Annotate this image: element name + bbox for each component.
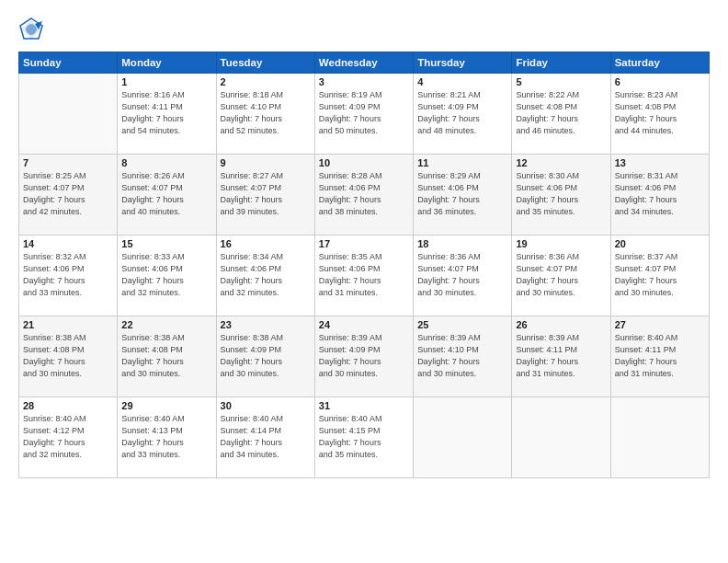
day-info: Sunrise: 8:40 AM Sunset: 4:12 PM Dayligh… (23, 413, 113, 461)
day-number: 1 (121, 76, 211, 87)
calendar-cell: 6Sunrise: 8:23 AM Sunset: 4:08 PM Daylig… (610, 74, 709, 155)
day-number: 26 (516, 319, 606, 330)
day-info: Sunrise: 8:29 AM Sunset: 4:06 PM Dayligh… (417, 170, 507, 218)
calendar-cell: 1Sunrise: 8:16 AM Sunset: 4:11 PM Daylig… (118, 74, 216, 155)
day-number: 16 (221, 238, 311, 249)
day-number: 7 (23, 157, 113, 168)
calendar-week-3: 14Sunrise: 8:32 AM Sunset: 4:06 PM Dayli… (19, 236, 710, 316)
calendar-cell: 4Sunrise: 8:21 AM Sunset: 4:09 PM Daylig… (414, 74, 512, 155)
logo (18, 17, 48, 42)
day-info: Sunrise: 8:35 AM Sunset: 4:06 PM Dayligh… (319, 251, 409, 299)
calendar-week-1: 1Sunrise: 8:16 AM Sunset: 4:11 PM Daylig… (19, 74, 710, 155)
weekday-header-sunday: Sunday (19, 52, 118, 74)
calendar-body: 1Sunrise: 8:16 AM Sunset: 4:11 PM Daylig… (19, 74, 710, 478)
day-number: 27 (615, 319, 705, 330)
day-info: Sunrise: 8:31 AM Sunset: 4:06 PM Dayligh… (615, 170, 705, 218)
day-info: Sunrise: 8:36 AM Sunset: 4:07 PM Dayligh… (516, 251, 606, 299)
day-info: Sunrise: 8:19 AM Sunset: 4:09 PM Dayligh… (319, 89, 409, 137)
calendar-header: SundayMondayTuesdayWednesdayThursdayFrid… (19, 52, 710, 74)
day-info: Sunrise: 8:16 AM Sunset: 4:11 PM Dayligh… (121, 89, 211, 137)
day-number: 21 (23, 319, 113, 330)
day-number: 11 (417, 157, 507, 168)
calendar-cell: 16Sunrise: 8:34 AM Sunset: 4:06 PM Dayli… (216, 236, 314, 316)
day-number: 14 (23, 238, 113, 249)
calendar-cell: 24Sunrise: 8:39 AM Sunset: 4:09 PM Dayli… (314, 316, 413, 397)
calendar-cell: 18Sunrise: 8:36 AM Sunset: 4:07 PM Dayli… (414, 236, 512, 316)
day-number: 18 (417, 238, 507, 249)
day-number: 3 (319, 76, 409, 87)
day-number: 4 (417, 76, 507, 87)
day-info: Sunrise: 8:38 AM Sunset: 4:08 PM Dayligh… (23, 332, 113, 380)
day-info: Sunrise: 8:30 AM Sunset: 4:06 PM Dayligh… (516, 170, 606, 218)
calendar-cell: 23Sunrise: 8:38 AM Sunset: 4:09 PM Dayli… (216, 316, 314, 397)
day-info: Sunrise: 8:39 AM Sunset: 4:09 PM Dayligh… (319, 332, 409, 380)
calendar-cell: 21Sunrise: 8:38 AM Sunset: 4:08 PM Dayli… (19, 316, 118, 397)
day-info: Sunrise: 8:26 AM Sunset: 4:07 PM Dayligh… (121, 170, 211, 218)
day-number: 5 (516, 76, 606, 87)
day-number: 17 (319, 238, 409, 249)
header (18, 17, 710, 42)
day-info: Sunrise: 8:39 AM Sunset: 4:10 PM Dayligh… (417, 332, 507, 380)
weekday-header-thursday: Thursday (414, 52, 512, 74)
calendar-cell: 10Sunrise: 8:28 AM Sunset: 4:06 PM Dayli… (314, 155, 413, 236)
day-number: 9 (221, 157, 311, 168)
calendar-cell: 9Sunrise: 8:27 AM Sunset: 4:07 PM Daylig… (216, 155, 314, 236)
calendar-cell (610, 397, 709, 478)
day-info: Sunrise: 8:28 AM Sunset: 4:06 PM Dayligh… (319, 170, 409, 218)
calendar-cell: 30Sunrise: 8:40 AM Sunset: 4:14 PM Dayli… (216, 397, 314, 478)
weekday-header-monday: Monday (118, 52, 216, 74)
logo-icon (18, 17, 44, 42)
calendar-cell: 15Sunrise: 8:33 AM Sunset: 4:06 PM Dayli… (118, 236, 216, 316)
day-number: 24 (319, 319, 409, 330)
calendar-cell: 11Sunrise: 8:29 AM Sunset: 4:06 PM Dayli… (414, 155, 512, 236)
calendar-cell (19, 74, 118, 155)
calendar-cell: 29Sunrise: 8:40 AM Sunset: 4:13 PM Dayli… (118, 397, 216, 478)
day-info: Sunrise: 8:21 AM Sunset: 4:09 PM Dayligh… (417, 89, 507, 137)
calendar-cell: 14Sunrise: 8:32 AM Sunset: 4:06 PM Dayli… (19, 236, 118, 316)
day-info: Sunrise: 8:22 AM Sunset: 4:08 PM Dayligh… (516, 89, 606, 137)
day-info: Sunrise: 8:32 AM Sunset: 4:06 PM Dayligh… (23, 251, 113, 299)
day-info: Sunrise: 8:36 AM Sunset: 4:07 PM Dayligh… (417, 251, 507, 299)
weekday-header-tuesday: Tuesday (216, 52, 314, 74)
calendar-cell: 8Sunrise: 8:26 AM Sunset: 4:07 PM Daylig… (118, 155, 216, 236)
day-number: 28 (23, 400, 113, 411)
day-info: Sunrise: 8:38 AM Sunset: 4:08 PM Dayligh… (121, 332, 211, 380)
day-number: 23 (221, 319, 311, 330)
calendar-cell: 7Sunrise: 8:25 AM Sunset: 4:07 PM Daylig… (19, 155, 118, 236)
day-number: 15 (121, 238, 211, 249)
day-info: Sunrise: 8:40 AM Sunset: 4:13 PM Dayligh… (121, 413, 211, 461)
calendar-cell: 22Sunrise: 8:38 AM Sunset: 4:08 PM Dayli… (118, 316, 216, 397)
day-number: 12 (516, 157, 606, 168)
calendar-cell: 31Sunrise: 8:40 AM Sunset: 4:15 PM Dayli… (314, 397, 413, 478)
day-number: 6 (615, 76, 705, 87)
day-number: 29 (121, 400, 211, 411)
calendar-week-5: 28Sunrise: 8:40 AM Sunset: 4:12 PM Dayli… (19, 397, 710, 478)
day-info: Sunrise: 8:34 AM Sunset: 4:06 PM Dayligh… (221, 251, 311, 299)
day-number: 30 (221, 400, 311, 411)
weekday-row: SundayMondayTuesdayWednesdayThursdayFrid… (19, 52, 710, 74)
day-number: 2 (221, 76, 311, 87)
day-info: Sunrise: 8:27 AM Sunset: 4:07 PM Dayligh… (221, 170, 311, 218)
day-number: 22 (121, 319, 211, 330)
day-info: Sunrise: 8:18 AM Sunset: 4:10 PM Dayligh… (221, 89, 311, 137)
calendar-cell (512, 397, 610, 478)
day-number: 19 (516, 238, 606, 249)
day-info: Sunrise: 8:39 AM Sunset: 4:11 PM Dayligh… (516, 332, 606, 380)
calendar-cell: 3Sunrise: 8:19 AM Sunset: 4:09 PM Daylig… (314, 74, 413, 155)
weekday-header-friday: Friday (512, 52, 610, 74)
calendar-cell: 13Sunrise: 8:31 AM Sunset: 4:06 PM Dayli… (610, 155, 709, 236)
calendar-cell (414, 397, 512, 478)
day-number: 10 (319, 157, 409, 168)
weekday-header-wednesday: Wednesday (314, 52, 413, 74)
calendar-week-2: 7Sunrise: 8:25 AM Sunset: 4:07 PM Daylig… (19, 155, 710, 236)
day-info: Sunrise: 8:40 AM Sunset: 4:15 PM Dayligh… (319, 413, 409, 461)
calendar-cell: 17Sunrise: 8:35 AM Sunset: 4:06 PM Dayli… (314, 236, 413, 316)
day-info: Sunrise: 8:23 AM Sunset: 4:08 PM Dayligh… (615, 89, 705, 137)
weekday-header-saturday: Saturday (610, 52, 709, 74)
day-info: Sunrise: 8:40 AM Sunset: 4:11 PM Dayligh… (615, 332, 705, 380)
day-number: 13 (615, 157, 705, 168)
calendar-cell: 26Sunrise: 8:39 AM Sunset: 4:11 PM Dayli… (512, 316, 610, 397)
day-number: 8 (121, 157, 211, 168)
day-number: 20 (615, 238, 705, 249)
calendar-cell: 27Sunrise: 8:40 AM Sunset: 4:11 PM Dayli… (610, 316, 709, 397)
